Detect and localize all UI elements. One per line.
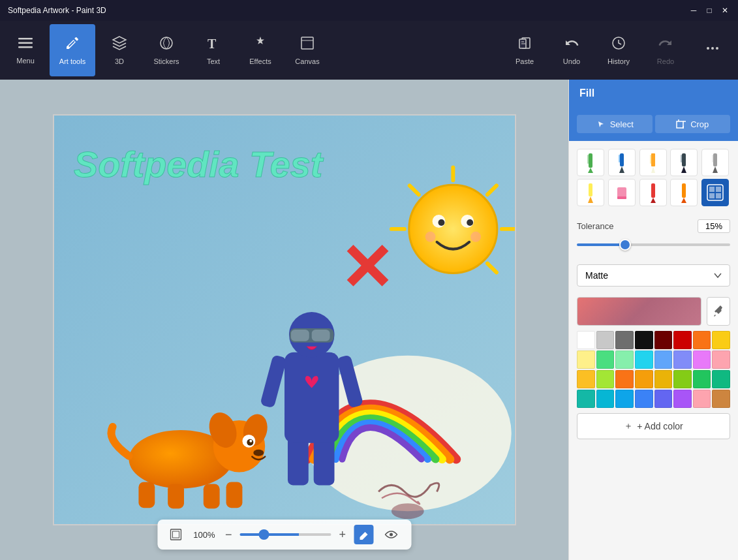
text-label: Text bbox=[207, 57, 220, 65]
draw-mode-button[interactable] bbox=[354, 525, 373, 544]
color-lightgray[interactable] bbox=[596, 331, 615, 349]
brush-pencil[interactable] bbox=[639, 149, 667, 176]
toolbar-undo[interactable]: Undo bbox=[549, 24, 594, 76]
toolbar-redo[interactable]: Redo bbox=[643, 24, 688, 76]
svg-rect-41 bbox=[168, 484, 184, 508]
svg-point-25 bbox=[432, 215, 445, 228]
svg-point-32 bbox=[129, 430, 232, 488]
add-color-button[interactable]: ＋ + Add color bbox=[577, 413, 730, 439]
menu-label: Menu bbox=[16, 57, 35, 65]
crop-button[interactable]: Crop bbox=[655, 115, 731, 133]
color-fuchsia[interactable] bbox=[693, 350, 711, 369]
eyedropper-button[interactable] bbox=[707, 297, 730, 326]
brush-magic-fill[interactable] bbox=[701, 179, 729, 206]
svg-rect-0 bbox=[18, 38, 33, 40]
color-white[interactable] bbox=[577, 331, 595, 349]
svg-rect-52 bbox=[290, 330, 309, 341]
fit-view-button[interactable] bbox=[168, 527, 183, 542]
color-pink[interactable] bbox=[712, 350, 730, 369]
color-gray[interactable] bbox=[615, 331, 634, 349]
color-orange2[interactable] bbox=[615, 370, 634, 388]
color-yellow[interactable] bbox=[712, 331, 730, 349]
color-green2[interactable] bbox=[673, 370, 692, 388]
color-palegreen[interactable] bbox=[615, 350, 634, 369]
minimize-button[interactable]: ─ bbox=[688, 5, 699, 16]
toolbar-text[interactable]: T Text bbox=[191, 24, 236, 76]
paste-icon bbox=[517, 35, 532, 55]
toolbar-3d[interactable]: 3D bbox=[97, 24, 142, 76]
svg-point-36 bbox=[242, 435, 255, 448]
svg-marker-72 bbox=[681, 166, 686, 173]
toolbar-canvas[interactable]: Canvas bbox=[284, 24, 330, 76]
color-blue2[interactable] bbox=[635, 390, 653, 408]
undo-icon bbox=[564, 35, 579, 55]
zoom-level: 100% bbox=[191, 530, 217, 540]
svg-text:Softpedia Test: Softpedia Test bbox=[74, 144, 324, 185]
stickers-icon bbox=[159, 35, 174, 55]
color-sky2[interactable] bbox=[615, 390, 634, 408]
arttools-label: Art tools bbox=[59, 57, 85, 65]
brush-gray-pen[interactable] bbox=[701, 149, 729, 176]
zoom-minus[interactable]: − bbox=[225, 528, 232, 542]
canvas-area[interactable]: Softpedia Test ✕ bbox=[0, 80, 568, 560]
svg-rect-48 bbox=[284, 352, 339, 443]
close-button[interactable]: ✕ bbox=[720, 5, 730, 16]
color-lime[interactable] bbox=[596, 370, 615, 388]
current-color-swatch[interactable] bbox=[577, 297, 701, 326]
toolbar-paste[interactable]: Paste bbox=[502, 24, 547, 76]
color-indigo[interactable] bbox=[673, 350, 692, 369]
color-darkred[interactable] bbox=[654, 331, 673, 349]
color-yellow2[interactable] bbox=[654, 370, 673, 388]
toolbar-stickers[interactable]: Stickers bbox=[144, 24, 189, 76]
tolerance-slider[interactable] bbox=[577, 243, 730, 246]
text-icon: T bbox=[206, 35, 221, 55]
toolbar-history[interactable]: History bbox=[596, 24, 641, 76]
toolbar-menu[interactable]: Menu bbox=[3, 24, 48, 76]
brush-pink-eraser[interactable] bbox=[608, 179, 636, 206]
more-icon bbox=[705, 40, 720, 60]
canvas-container[interactable]: Softpedia Test ✕ bbox=[53, 114, 516, 525]
color-emerald[interactable] bbox=[693, 370, 711, 388]
brush-orange-marker[interactable] bbox=[670, 179, 698, 206]
color-lightyellow[interactable] bbox=[577, 350, 595, 369]
svg-point-54 bbox=[391, 503, 423, 519]
undo-label: Undo bbox=[563, 57, 580, 65]
toolbar-effects[interactable]: Effects bbox=[238, 24, 283, 76]
zoom-slider[interactable] bbox=[240, 533, 331, 536]
color-brown[interactable] bbox=[712, 390, 730, 408]
color-sky[interactable] bbox=[596, 390, 615, 408]
svg-marker-75 bbox=[713, 166, 718, 173]
toolbar-arttools[interactable]: Art tools bbox=[50, 24, 95, 76]
right-panel: Fill Select Crop bbox=[568, 80, 738, 560]
color-amber[interactable] bbox=[577, 370, 595, 388]
color-amber2[interactable] bbox=[635, 370, 653, 388]
svg-rect-1 bbox=[18, 42, 33, 44]
color-violet[interactable] bbox=[654, 390, 673, 408]
color-rose[interactable] bbox=[693, 390, 711, 408]
color-blue[interactable] bbox=[654, 350, 673, 369]
color-teal[interactable] bbox=[712, 370, 730, 388]
brush-blue-pen[interactable] bbox=[608, 149, 636, 176]
svg-line-22 bbox=[409, 185, 418, 194]
zoom-plus[interactable]: + bbox=[339, 528, 346, 542]
toolbar-more[interactable] bbox=[690, 24, 735, 76]
color-cyan[interactable] bbox=[635, 350, 653, 369]
brush-red-marker[interactable] bbox=[639, 179, 667, 206]
brush-green-marker[interactable] bbox=[577, 149, 604, 176]
maximize-button[interactable]: □ bbox=[704, 5, 715, 16]
svg-marker-84 bbox=[681, 198, 686, 203]
color-purple[interactable] bbox=[673, 390, 692, 408]
color-lightgreen[interactable] bbox=[596, 350, 615, 369]
color-black[interactable] bbox=[635, 331, 653, 349]
brush-dark-pen[interactable] bbox=[670, 149, 698, 176]
preview-button[interactable] bbox=[381, 525, 401, 544]
color-teal2[interactable] bbox=[577, 390, 595, 408]
color-red[interactable] bbox=[673, 331, 692, 349]
titlebar-controls: ─ □ ✕ bbox=[688, 5, 730, 16]
finish-dropdown[interactable]: Matte bbox=[577, 264, 730, 287]
color-orange[interactable] bbox=[693, 331, 711, 349]
select-button[interactable]: Select bbox=[577, 115, 653, 133]
svg-rect-70 bbox=[650, 155, 651, 164]
brush-yellow-pen[interactable] bbox=[577, 179, 604, 206]
svg-rect-15 bbox=[54, 116, 514, 524]
